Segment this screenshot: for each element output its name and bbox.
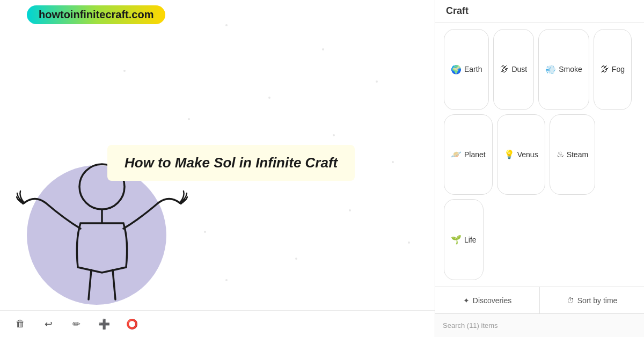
dust-icon: 🌫: [500, 64, 509, 74]
sort-by-time-label: Sort by time: [577, 296, 618, 305]
site-url: howtoinfinitecraft.com: [39, 9, 153, 20]
bottom-icons-bar: 🗑 ↩ ✏ ➕ ⭕: [0, 310, 435, 337]
search-placeholder: Search (11) items: [443, 321, 498, 329]
dot: [225, 24, 228, 26]
planet-icon: 🪐: [451, 149, 462, 159]
panel-bottom-bar: ✦ Discoveries ⏱ Sort by time: [435, 287, 644, 313]
url-banner: howtoinfinitecraft.com: [27, 5, 165, 24]
sort-time-icon: ⏱: [567, 296, 574, 305]
discoveries-label: Discoveries: [473, 296, 511, 305]
venus-icon: 💡: [504, 149, 515, 159]
dot: [204, 231, 206, 233]
dot: [123, 70, 126, 72]
earth-icon: 🌍: [451, 64, 462, 75]
dot: [322, 48, 324, 50]
dot: [392, 161, 394, 163]
chip-steam[interactable]: ♨ Steam: [550, 114, 595, 195]
chip-smoke-label: Smoke: [559, 65, 582, 74]
dot: [376, 80, 378, 83]
chip-earth[interactable]: 🌍 Earth: [444, 29, 489, 110]
svg-line-2: [89, 270, 91, 299]
trash-icon-btn[interactable]: 🗑: [11, 314, 30, 334]
chips-area: 🌍 Earth 🌫 Dust 💨 Smoke 🌫 Fog 🪐 Planet 💡 …: [435, 23, 644, 287]
dot: [295, 258, 297, 260]
page-title: How to Make Sol in Infinite Craft: [125, 155, 338, 171]
edit-icon-btn[interactable]: ✏: [67, 314, 86, 334]
circle-icon-btn[interactable]: ⭕: [122, 314, 142, 334]
chip-fog[interactable]: 🌫 Fog: [594, 29, 632, 110]
dot: [188, 118, 190, 120]
fog-icon: 🌫: [601, 64, 609, 74]
sort-by-time-button[interactable]: ⏱ Sort by time: [540, 287, 644, 313]
dot: [333, 134, 335, 136]
main-area: howtoinfinitecraft.com How to Make Sol i…: [0, 0, 435, 337]
right-panel: Craft 🌍 Earth 🌫 Dust 💨 Smoke 🌫 Fog 🪐 Pla…: [435, 0, 644, 337]
steam-icon: ♨: [557, 149, 564, 159]
chip-venus-label: Venus: [517, 150, 538, 159]
search-bar[interactable]: Search (11) items: [435, 313, 644, 337]
title-box: How to Make Sol in Infinite Craft: [107, 145, 355, 181]
chip-fog-label: Fog: [612, 65, 625, 74]
discoveries-icon: ✦: [463, 296, 470, 305]
life-icon: 🌱: [451, 235, 462, 245]
chip-dust-label: Dust: [511, 65, 527, 74]
chip-planet-label: Planet: [464, 150, 486, 159]
chip-earth-label: Earth: [464, 65, 482, 74]
chip-steam-label: Steam: [567, 150, 588, 159]
chip-life[interactable]: 🌱 Life: [444, 199, 484, 280]
craft-header-label: Craft: [446, 5, 469, 16]
chip-venus[interactable]: 💡 Venus: [497, 114, 545, 195]
add-icon-btn[interactable]: ➕: [94, 314, 114, 334]
undo-icon-btn[interactable]: ↩: [39, 314, 58, 334]
chip-smoke[interactable]: 💨 Smoke: [538, 29, 589, 110]
chip-dust[interactable]: 🌫 Dust: [493, 29, 534, 110]
dot: [349, 209, 351, 211]
chip-planet[interactable]: 🪐 Planet: [444, 114, 493, 195]
dot: [268, 97, 270, 99]
smoke-icon: 💨: [545, 64, 556, 75]
dot: [225, 279, 228, 281]
svg-line-3: [113, 270, 115, 299]
chip-life-label: Life: [464, 236, 477, 244]
craft-header: Craft: [435, 0, 644, 23]
discoveries-button[interactable]: ✦ Discoveries: [435, 287, 540, 313]
dot: [408, 241, 410, 244]
